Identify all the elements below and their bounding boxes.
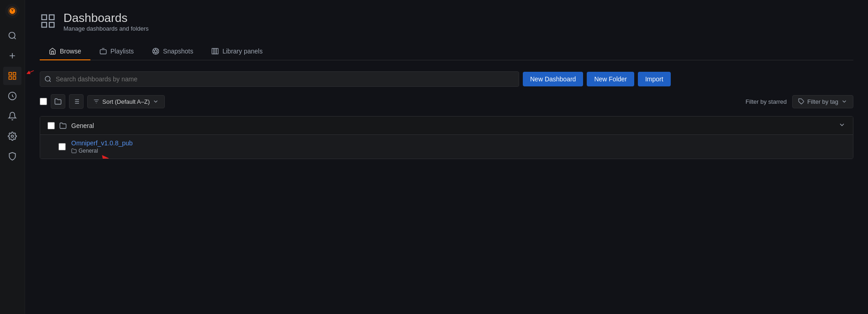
svg-rect-15 (214, 48, 216, 54)
sidebar-item-shield[interactable] (3, 147, 21, 165)
tab-snapshots-label: Snapshots (163, 48, 193, 55)
tab-snapshots[interactable]: Snapshots (143, 43, 202, 60)
svg-rect-10 (42, 22, 47, 27)
grafana-logo[interactable] (5, 4, 20, 18)
select-all-checkbox[interactable] (40, 98, 47, 105)
folder-view-button[interactable] (51, 94, 65, 109)
sidebar-item-dashboards[interactable] (3, 67, 21, 85)
page-header-text: Dashboards Manage dashboards and folders (63, 11, 148, 32)
svg-rect-2 (9, 73, 12, 75)
page-header: Dashboards Manage dashboards and folders (40, 11, 853, 32)
snapshots-icon (152, 48, 159, 55)
controls-right: Filter by starred Filter by tag (746, 95, 853, 108)
svg-point-0 (5, 4, 20, 18)
dashboard-folder-icon (71, 148, 77, 154)
sidebar-item-settings[interactable] (3, 127, 21, 145)
tab-library-panels[interactable]: Library panels (202, 43, 272, 60)
svg-point-17 (45, 76, 50, 81)
new-folder-button[interactable]: New Folder (587, 72, 634, 86)
svg-rect-4 (9, 77, 12, 80)
svg-rect-14 (212, 48, 214, 54)
playlists-icon (100, 48, 107, 55)
library-panels-icon (211, 48, 219, 55)
sort-label: Sort (Default A–Z) (102, 98, 150, 105)
main-content: Dashboards Manage dashboards and folders… (25, 0, 868, 314)
dashboard-item[interactable]: Omniperf_v1.0.8_pub General (40, 134, 853, 159)
controls-row: Sort (Default A–Z) Filter by starred Fil… (40, 94, 853, 109)
dashboards-icon (40, 13, 56, 31)
sort-dropdown[interactable]: Sort (Default A–Z) (87, 95, 165, 108)
tab-browse[interactable]: Browse (40, 43, 90, 60)
list-view-button[interactable] (69, 94, 84, 109)
sidebar-item-explore[interactable] (3, 87, 21, 105)
folder-chevron-icon (838, 121, 846, 128)
controls-left: Sort (Default A–Z) (40, 94, 165, 109)
filter-tag-button[interactable]: Filter by tag (792, 95, 853, 108)
sidebar-item-search[interactable] (3, 27, 21, 45)
sidebar-item-alerting[interactable] (3, 107, 21, 125)
folder-section: General Omniperf_v1.0.8_pub General (40, 116, 853, 159)
browse-icon (49, 48, 56, 55)
sidebar-item-add[interactable] (3, 47, 21, 65)
list-view-icon (73, 98, 80, 105)
folder-header-general[interactable]: General (40, 117, 853, 134)
import-button[interactable]: Import (638, 72, 671, 86)
svg-point-7 (11, 135, 14, 138)
tag-icon (798, 98, 805, 105)
tabs-bar: Browse Playlists Snapshots Library panel… (40, 43, 853, 60)
folder-header-left: General (47, 122, 94, 129)
folder-chevron[interactable] (838, 121, 846, 130)
filter-tag-chevron-icon (841, 98, 847, 105)
search-toolbar: New Dashboard New Folder Import (40, 71, 853, 87)
dashboard-item-info: Omniperf_v1.0.8_pub General (71, 139, 846, 154)
dashboard-item-name: Omniperf_v1.0.8_pub (71, 139, 846, 147)
filter-tag-label: Filter by tag (807, 98, 838, 105)
tab-library-panels-label: Library panels (222, 48, 263, 55)
tab-playlists-label: Playlists (110, 48, 134, 55)
search-input[interactable] (40, 71, 519, 87)
tab-browse-label: Browse (60, 48, 81, 55)
dashboard-checkbox[interactable] (58, 143, 66, 150)
svg-rect-5 (13, 77, 16, 80)
search-icon (44, 75, 52, 83)
folder-name: General (71, 122, 94, 129)
folder-icon (59, 122, 67, 129)
svg-point-1 (9, 32, 15, 38)
filter-starred-label: Filter by starred (746, 98, 787, 105)
dashboard-item-folder: General (71, 148, 846, 154)
search-wrapper (40, 71, 519, 87)
svg-rect-3 (13, 73, 16, 75)
svg-rect-9 (49, 15, 54, 20)
svg-rect-8 (42, 15, 47, 20)
folder-view-icon (54, 98, 62, 105)
sort-chevron-icon (153, 98, 159, 105)
sort-icon (93, 98, 100, 105)
folder-checkbox[interactable] (47, 122, 55, 129)
svg-rect-11 (49, 22, 54, 27)
dashboard-folder-name: General (79, 148, 98, 154)
sidebar (0, 0, 25, 314)
new-dashboard-button[interactable]: New Dashboard (523, 72, 583, 86)
page-title: Dashboards (63, 11, 148, 25)
page-subtitle: Manage dashboards and folders (63, 25, 148, 32)
svg-rect-16 (216, 48, 218, 54)
svg-rect-12 (100, 50, 106, 54)
tab-playlists[interactable]: Playlists (90, 43, 143, 60)
